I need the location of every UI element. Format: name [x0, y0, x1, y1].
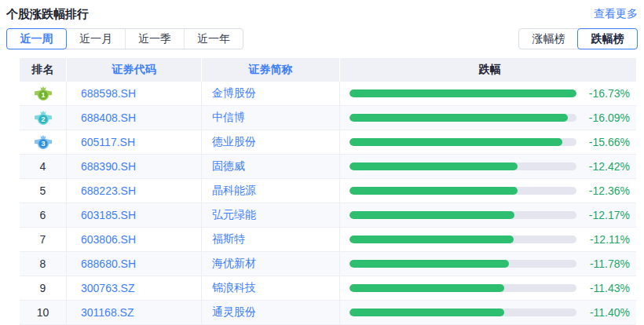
- decline-bar-track: [349, 138, 576, 146]
- decline-bar-fill: [349, 187, 518, 195]
- stock-code-link[interactable]: 688223.SH: [67, 179, 202, 203]
- medal-1-icon: 1: [34, 86, 53, 102]
- table-body: 1 688598.SH 金博股份 -16.73% 2 688408.SH 中信博…: [20, 82, 636, 325]
- decline-percent: -12.17%: [589, 209, 630, 221]
- decline-percent: -16.09%: [589, 111, 630, 124]
- decline-percent: -12.11%: [590, 233, 630, 246]
- stock-name-link[interactable]: 晶科能源: [202, 179, 340, 203]
- stock-code-link[interactable]: 301168.SZ: [67, 301, 202, 324]
- stock-name-link[interactable]: 中信博: [202, 106, 340, 130]
- stock-name-link[interactable]: 福斯特: [202, 228, 340, 251]
- stock-name-link[interactable]: 金博股份: [202, 82, 340, 105]
- decline-bar-fill: [349, 211, 514, 219]
- stock-name-link[interactable]: 锦浪科技: [202, 276, 340, 300]
- change-cell: -11.78%: [340, 252, 636, 276]
- header-change: 跌幅: [340, 58, 636, 82]
- decline-bar-track: [349, 309, 576, 316]
- table-row: 6 603185.SH 弘元绿能 -12.17%: [20, 203, 636, 228]
- decline-percent: -11.78%: [590, 257, 630, 270]
- stock-name-link[interactable]: 固德威: [202, 155, 340, 178]
- decline-bar-track: [349, 187, 576, 195]
- board-tab-group: 涨幅榜跌幅榜: [518, 28, 638, 49]
- page-title: 个股涨跌幅排行: [6, 7, 89, 22]
- decline-bar-track: [349, 284, 576, 292]
- board-tab-gainers[interactable]: 涨幅榜: [519, 29, 578, 49]
- period-tab-group: 近一周近一月近一季近一年: [6, 28, 243, 49]
- stock-name-link[interactable]: 海优新材: [202, 252, 340, 276]
- stock-code-link[interactable]: 688680.SH: [67, 252, 202, 276]
- rank-cell: 5: [20, 179, 67, 203]
- rank-cell: 9: [20, 276, 67, 300]
- controls-row: 近一周近一月近一季近一年 涨幅榜跌幅榜: [6, 28, 638, 49]
- rank-cell: 2: [20, 106, 67, 130]
- stock-code-link[interactable]: 688390.SH: [67, 155, 202, 178]
- decline-bar-fill: [349, 89, 576, 97]
- table-row: 3 605117.SH 德业股份 -15.66%: [20, 130, 636, 155]
- decline-bar-track: [349, 236, 576, 243]
- rank-cell: 3: [20, 130, 67, 154]
- rank-cell: 8: [20, 252, 67, 276]
- decline-bar-track: [349, 89, 576, 97]
- table-row: 7 603806.SH 福斯特 -12.11%: [20, 228, 636, 252]
- change-cell: -12.36%: [340, 179, 636, 203]
- rank-cell: 10: [20, 301, 67, 324]
- table-row: 5 688223.SH 晶科能源 -12.36%: [20, 179, 636, 203]
- svg-text:1: 1: [41, 91, 45, 99]
- change-cell: -12.42%: [340, 155, 636, 178]
- decline-bar-track: [349, 114, 576, 122]
- decline-bar-fill: [349, 138, 562, 146]
- board-tab-losers[interactable]: 跌幅榜: [577, 28, 638, 49]
- stock-name-link[interactable]: 弘元绿能: [202, 203, 340, 227]
- change-cell: -16.73%: [340, 82, 636, 105]
- change-cell: -15.66%: [340, 130, 636, 154]
- table-row: 2 688408.SH 中信博 -16.09%: [20, 106, 636, 130]
- stock-code-link[interactable]: 603185.SH: [67, 203, 202, 227]
- period-tab-last-quarter[interactable]: 近一季: [125, 29, 184, 49]
- change-cell: -11.40%: [340, 301, 636, 324]
- decline-percent: -15.66%: [589, 136, 630, 148]
- panel-topbar: 个股涨跌幅排行 查看更多: [0, 0, 644, 20]
- decline-bar-fill: [349, 236, 514, 243]
- header-rank: 排名: [20, 58, 67, 82]
- stock-code-link[interactable]: 688408.SH: [67, 106, 202, 130]
- stock-code-link[interactable]: 300763.SZ: [67, 276, 202, 300]
- rank-cell: 1: [20, 82, 67, 105]
- rank-cell: 4: [20, 155, 67, 178]
- table-row: 1 688598.SH 金博股份 -16.73%: [20, 82, 636, 106]
- decline-bar-fill: [349, 284, 504, 292]
- view-more-link[interactable]: 查看更多: [594, 7, 638, 21]
- period-tab-last-week[interactable]: 近一周: [6, 28, 67, 49]
- table-row: 10 301168.SZ 通灵股份 -11.40%: [20, 301, 636, 325]
- decline-percent: -12.42%: [589, 160, 630, 173]
- change-cell: -12.17%: [340, 203, 636, 227]
- header-name: 证券简称: [202, 58, 340, 82]
- decline-percent: -16.73%: [589, 87, 630, 100]
- table-row: 4 688390.SH 固德威 -12.42%: [20, 155, 636, 179]
- decline-bar-track: [349, 260, 576, 268]
- table-row: 8 688680.SH 海优新材 -11.78%: [20, 252, 636, 276]
- table-header-row: 排名 证券代码 证券简称 跌幅: [20, 58, 636, 82]
- decline-bar-fill: [349, 114, 568, 122]
- decline-bar-fill: [349, 162, 518, 170]
- change-cell: -16.09%: [340, 106, 636, 130]
- medal-3-icon: 3: [34, 134, 53, 151]
- period-tab-last-year[interactable]: 近一年: [184, 29, 243, 49]
- decline-bar-fill: [349, 309, 504, 316]
- stock-code-link[interactable]: 688598.SH: [67, 82, 202, 105]
- rank-cell: 7: [20, 228, 67, 251]
- stock-code-link[interactable]: 605117.SH: [67, 130, 202, 154]
- header-code: 证券代码: [67, 58, 202, 82]
- medal-2-icon: 2: [34, 110, 53, 126]
- stock-code-link[interactable]: 603806.SH: [67, 228, 202, 251]
- stock-name-link[interactable]: 通灵股份: [202, 301, 340, 324]
- decline-percent: -12.36%: [589, 184, 630, 197]
- svg-text:3: 3: [41, 140, 45, 148]
- period-tab-last-month[interactable]: 近一月: [66, 29, 125, 49]
- decline-bar-track: [349, 211, 576, 219]
- table-row: 9 300763.SZ 锦浪科技 -11.43%: [20, 276, 636, 301]
- decline-bar-fill: [349, 260, 509, 268]
- decline-percent: -11.43%: [590, 282, 630, 294]
- change-cell: -11.43%: [340, 276, 636, 300]
- decline-bar-track: [349, 162, 576, 170]
- stock-name-link[interactable]: 德业股份: [202, 130, 340, 154]
